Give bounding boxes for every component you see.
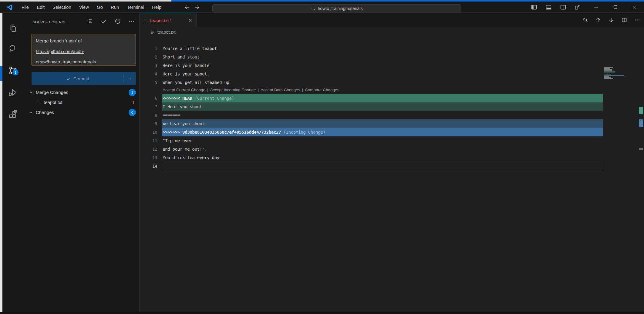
line-text: <<<<<<< HEAD (Current Change) (163, 94, 234, 102)
code-line-2: 2Short and stout (140, 53, 644, 61)
breadcrumb[interactable]: teapot.txt (140, 27, 644, 37)
line-number: 10 (140, 128, 157, 136)
menu-item-file[interactable]: File (18, 2, 33, 13)
code-line-6: 6<<<<<<< HEAD (Current Change) (140, 94, 644, 102)
toggle-panel-icon[interactable] (545, 4, 552, 10)
codelens-row: Accept Current Change|Accept Incoming Ch… (140, 87, 644, 94)
line-number: 8 (140, 111, 157, 119)
overview-mark-cursor (639, 148, 643, 150)
next-change-icon[interactable] (608, 17, 614, 23)
run-debug-icon[interactable] (8, 88, 17, 97)
code-line-3: 3Here is your handle (140, 61, 644, 70)
back-icon[interactable] (184, 4, 190, 10)
commit-button[interactable]: Commit (32, 72, 136, 85)
menu-item-selection[interactable]: Selection (49, 2, 75, 13)
line-number: 11 (140, 136, 157, 145)
menu-item-terminal[interactable]: Terminal (123, 2, 148, 13)
files-icon[interactable] (8, 24, 17, 33)
maximize-icon[interactable] (606, 2, 625, 13)
close-tab-icon[interactable] (188, 18, 193, 23)
menu-item-run[interactable]: Run (107, 2, 123, 13)
line-number: 6 (140, 94, 157, 102)
overview-ruler[interactable] (639, 37, 643, 312)
sidebar-actions (86, 18, 135, 25)
customize-layout-icon[interactable] (575, 4, 581, 10)
minimap-line (604, 76, 609, 77)
search-icon (311, 6, 315, 11)
line-number: 2 (140, 53, 157, 61)
chevron-down-icon[interactable] (29, 90, 33, 95)
count-badge: 0 (129, 109, 136, 116)
codelens-separator: | (205, 88, 210, 92)
minimap-line (604, 69, 612, 70)
minimap-line (604, 77, 611, 78)
menu-item-view[interactable]: View (75, 2, 93, 13)
view-as-tree-icon[interactable] (86, 18, 93, 25)
command-center[interactable]: howto_trainingmaterials (212, 4, 461, 12)
commit-button-main[interactable]: Commit (32, 76, 123, 81)
menu-item-edit[interactable]: Edit (33, 2, 49, 13)
minimap[interactable] (604, 67, 625, 79)
previous-change-icon[interactable] (595, 17, 601, 23)
minimap-line (604, 74, 607, 74)
commit-button-label: Commit (73, 76, 89, 81)
code-line-11: 11"Tip me over (140, 136, 644, 145)
line-text: Short and stout (163, 53, 200, 61)
commit-message-input[interactable]: Merge branch 'main' ofhttps://github.com… (32, 34, 136, 65)
line-number: 7 (140, 102, 157, 111)
chevron-down-icon (127, 76, 132, 81)
background-window-sliver (0, 13, 2, 312)
source-control-icon[interactable]: 1 (8, 66, 17, 75)
code-line-13: 13You drink tea every day (140, 153, 644, 162)
chevron-down-icon[interactable] (29, 110, 33, 115)
line-number: 12 (140, 145, 157, 153)
commit-dropdown-button[interactable] (123, 75, 136, 82)
toggle-primary-sidebar-icon[interactable] (531, 4, 537, 10)
code-line-8: 8======= (140, 111, 644, 119)
toggle-secondary-sidebar-icon[interactable] (560, 4, 566, 10)
minimap-line (604, 78, 613, 79)
minimap-line (604, 73, 611, 73)
tab-bar: teapot.txt ! (140, 13, 644, 27)
split-editor-icon[interactable] (621, 17, 627, 23)
commit-message-line: Merge branch 'main' of (36, 36, 132, 46)
more-actions-icon[interactable] (634, 17, 640, 23)
line-text: >>>>>>> 9d38be81034835668c7ef405516dd447… (163, 128, 325, 136)
commit-check-icon[interactable] (100, 18, 107, 25)
conflict-note: (Incoming Change) (281, 130, 325, 135)
forward-icon[interactable] (194, 4, 200, 10)
vscode-window: FileEditSelectionViewGoRunTerminalHelp h… (0, 0, 644, 314)
close-window-icon[interactable] (625, 2, 644, 13)
count-badge: 1 (129, 89, 136, 96)
codelens-action-compare-changes[interactable]: Compare Changes (305, 88, 339, 92)
conflict-marker: >>>>>>> 9d38be81034835668c7ef405516dd447… (163, 130, 281, 135)
tree-section-changes[interactable]: Changes0 (23, 107, 140, 117)
codelens-action-accept-incoming-change[interactable]: Accept Incoming Change (210, 88, 256, 92)
minimap-line (604, 67, 613, 68)
more-actions-icon[interactable] (128, 18, 135, 25)
code-area[interactable]: 1You're a little teapot2Short and stout3… (140, 37, 644, 312)
codelens-action-accept-both-changes[interactable]: Accept Both Changes (261, 88, 300, 92)
open-changes-icon[interactable] (582, 17, 588, 23)
tab-teapot[interactable]: teapot.txt ! (140, 13, 197, 27)
minimap-line (604, 68, 610, 69)
conflict-marker: <<<<<<< HEAD (163, 96, 192, 101)
code-line-1: 1You're a little teapot (140, 44, 644, 53)
menu-item-help[interactable]: Help (148, 2, 165, 13)
extensions-icon[interactable] (8, 110, 17, 119)
menu-item-go[interactable]: Go (93, 2, 107, 13)
tree-item-file[interactable]: teapot.txt! (23, 97, 140, 107)
search-icon[interactable] (8, 44, 17, 53)
tree-section-merge-changes[interactable]: Merge Changes1 (23, 87, 140, 97)
refresh-icon[interactable] (114, 18, 121, 25)
codelens-action-accept-current-change[interactable]: Accept Current Change (163, 88, 205, 92)
line-text: and pour me out!". (163, 145, 207, 153)
code-line-9: 9We hear you shout (140, 119, 644, 128)
line-number: 4 (140, 70, 157, 78)
commit-message-line: https://github.com/acdh- (36, 46, 132, 57)
line-number: 3 (140, 61, 157, 70)
line-text: I Hear you shout (163, 102, 202, 111)
minimap-line (604, 70, 612, 71)
menu-bar: FileEditSelectionViewGoRunTerminalHelp (18, 2, 165, 13)
minimize-icon[interactable] (587, 2, 606, 13)
